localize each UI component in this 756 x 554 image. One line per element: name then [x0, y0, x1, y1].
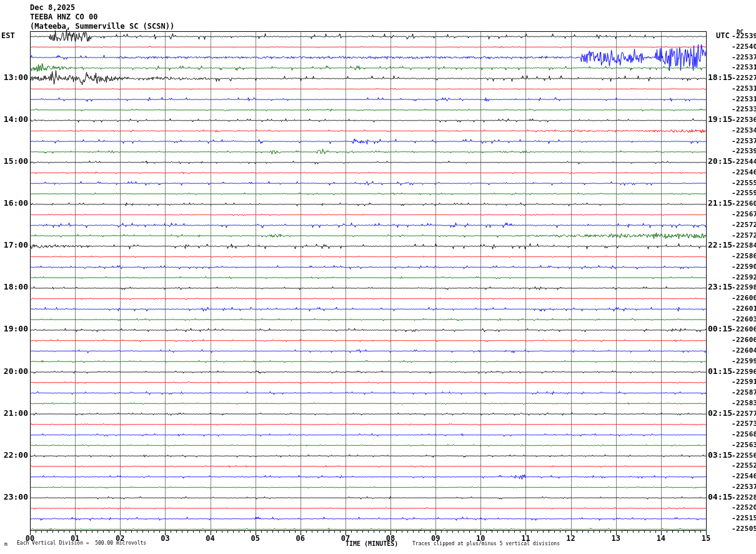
corner-mark-glyph: m: [4, 542, 7, 548]
dc-value: -22596: [732, 368, 756, 376]
dc-value: -22568: [732, 431, 756, 438]
est-hour-label: 14:00: [1, 115, 28, 124]
x-tick-label: 13: [611, 535, 620, 543]
dc-value: -22544: [732, 158, 756, 166]
x-tick-label: 06: [296, 535, 305, 543]
dc-value: -22531: [732, 64, 756, 71]
utc-hour-label: 03:15: [708, 451, 732, 460]
dc-value: -22527: [732, 74, 756, 82]
dc-value: -22577: [732, 410, 756, 418]
dc-value: -22572: [732, 232, 756, 239]
x-tick-label: 15: [702, 535, 710, 543]
dc-value: -22598: [732, 284, 756, 291]
utc-hour-label: 01:15: [708, 367, 732, 376]
left-axis-label: EST: [1, 32, 15, 40]
dc-value: -22600: [732, 295, 756, 302]
dc-value: -22531: [732, 96, 756, 103]
est-hour-label: 19:00: [1, 325, 28, 333]
x-tick-label: 07: [341, 535, 350, 543]
utc-hour-label: 18:15: [708, 73, 732, 82]
right-axis-label: UTC: [716, 32, 730, 40]
title-station: TEEBA HNZ CO 00: [30, 13, 97, 21]
x-tick-label: 02: [116, 535, 124, 543]
dc-value: -22537: [732, 138, 756, 145]
utc-hour-label: 21:15: [708, 199, 732, 208]
utc-hour-label: 04:15: [708, 493, 732, 501]
est-hour-label: 15:00: [1, 157, 28, 166]
dc-value: -22599: [732, 358, 756, 365]
dc-value: -22546: [732, 473, 756, 480]
dc-value: -22592: [732, 274, 756, 281]
dc-value: -22587: [732, 389, 756, 396]
dc-value: -22555: [732, 179, 756, 187]
dc-value: -22536: [732, 116, 756, 124]
x-tick-label: 09: [431, 535, 440, 543]
webicorder-screen: Dec 8,2025 TEEBA HNZ CO 00 (Mateeba, Sum…: [0, 0, 756, 554]
est-hour-label: 16:00: [1, 199, 28, 208]
est-hour-label: 18:00: [1, 283, 28, 291]
dc-value: -22590: [732, 263, 756, 271]
title-location: (Mateeba, Summerville SC (SCSN)): [30, 23, 174, 31]
dc-value: -22556: [732, 452, 756, 460]
dc-value: -22591: [732, 378, 756, 386]
dc-value: -22567: [732, 211, 756, 218]
utc-hour-label: 20:15: [708, 157, 732, 166]
x-tick-label: 01: [71, 535, 79, 543]
dc-value: -22583: [732, 400, 756, 407]
dc-value: -22563: [732, 441, 756, 449]
utc-hour-label: 22:15: [708, 241, 732, 249]
x-tick-label: 14: [657, 535, 665, 543]
est-hour-label: 21:00: [1, 409, 28, 418]
dc-value: -22537: [732, 54, 756, 61]
dc-value: -22552: [732, 462, 756, 470]
est-hour-label: 17:00: [1, 241, 28, 249]
dc-value: -22606: [732, 336, 756, 344]
est-hour-label: 22:00: [1, 451, 28, 460]
dc-value: -22533: [732, 106, 756, 113]
dc-value: -22572: [732, 221, 756, 229]
dc-value: -22573: [732, 420, 756, 428]
utc-hour-label: 02:15: [708, 409, 732, 418]
x-tick-label: 12: [566, 535, 575, 543]
dc-value: -22539: [732, 33, 756, 40]
x-tick-label: 00: [26, 535, 34, 543]
dc-value: -22559: [732, 189, 756, 197]
utc-hour-label: 00:15: [708, 325, 732, 333]
scale-footnote: Each Vertical Division = 500.00 microvol…: [17, 541, 146, 546]
dc-value: -22603: [732, 316, 756, 323]
dc-value: -22515: [732, 515, 756, 522]
x-tick-label: 04: [206, 535, 214, 543]
dc-value: -22528: [732, 494, 756, 501]
dc-value: -22601: [732, 305, 756, 313]
seismogram-plot-canvas: [0, 0, 756, 554]
dc-value: -22505: [732, 525, 756, 533]
x-tick-label: 08: [386, 535, 395, 543]
dc-value: -22540: [732, 43, 756, 51]
dc-value: -22606: [732, 326, 756, 333]
dc-value: -22520: [732, 504, 756, 511]
dc-value: -22537: [732, 483, 756, 491]
est-hour-label: 13:00: [1, 73, 28, 82]
x-tick-label: 11: [521, 535, 530, 543]
utc-hour-label: 23:15: [708, 283, 732, 291]
x-tick-label: 03: [161, 535, 169, 543]
dc-value: -22586: [732, 253, 756, 260]
dc-value: -22534: [732, 127, 756, 134]
x-tick-label: 10: [476, 535, 485, 543]
dc-value: -22539: [732, 148, 756, 155]
est-hour-label: 20:00: [1, 367, 28, 376]
title-date: Dec 8,2025: [30, 4, 75, 12]
dc-value: -22546: [732, 169, 756, 176]
est-hour-label: 23:00: [1, 493, 28, 501]
dc-value: -22584: [732, 242, 756, 249]
x-tick-label: 05: [251, 535, 259, 543]
dc-value: -22531: [732, 85, 756, 93]
utc-hour-label: 19:15: [708, 115, 732, 124]
dc-value: -22560: [732, 200, 756, 208]
dc-value: -22604: [732, 347, 756, 355]
